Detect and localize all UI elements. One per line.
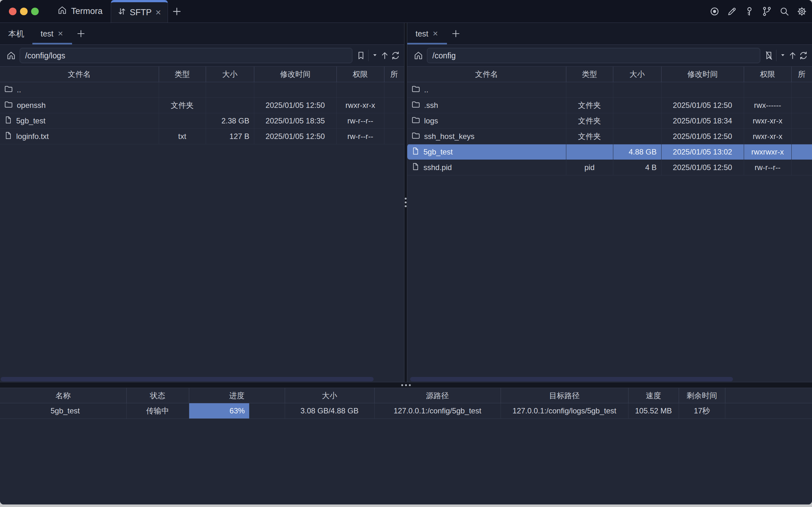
progress-bar: 63% xyxy=(189,403,250,418)
col-name: 名称 xyxy=(0,388,126,403)
right-add-tab-button[interactable] xyxy=(447,23,465,44)
chevron-down-icon[interactable] xyxy=(372,53,377,58)
transfer-table-header: 名称 状态 进度 大小 源路径 目标路径 速度 剩余时间 xyxy=(0,388,812,403)
col-target: 目标路径 xyxy=(501,388,628,403)
left-pane-tabs: 本机 test × xyxy=(0,23,404,45)
left-add-tab-button[interactable] xyxy=(72,23,90,44)
settings-icon[interactable] xyxy=(796,6,808,17)
record-icon[interactable] xyxy=(709,6,720,17)
traffic-lights xyxy=(0,0,39,22)
folder-icon xyxy=(411,100,421,111)
folder-icon xyxy=(411,115,421,127)
file-icon xyxy=(4,115,13,126)
col-modified[interactable]: 修改时间 xyxy=(254,67,336,82)
table-row[interactable]: openssh 文件夹 2025/01/05 12:50 rwxr-xr-x xyxy=(0,97,404,113)
titlebar: Termora SFTP × xyxy=(0,0,812,23)
left-tab-close-icon[interactable]: × xyxy=(57,29,63,38)
close-window-button[interactable] xyxy=(9,8,16,15)
titlebar-actions xyxy=(709,0,808,23)
horizontal-scrollbar[interactable] xyxy=(1,377,374,381)
up-directory-icon[interactable] xyxy=(379,50,390,61)
bookmark-off-icon[interactable] xyxy=(763,50,774,61)
tab-close-icon[interactable]: × xyxy=(155,8,162,17)
col-perm[interactable]: 权限 xyxy=(744,67,791,82)
tab-sftp[interactable]: SFTP × xyxy=(111,0,168,22)
home-icon[interactable] xyxy=(413,50,424,61)
splitter-grip-icon xyxy=(405,202,407,204)
col-filename[interactable]: 文件名 xyxy=(0,67,159,82)
transfer-arrows-icon xyxy=(117,7,127,18)
key-icon[interactable] xyxy=(744,6,755,17)
table-row[interactable]: 5gb_test 2.38 GB 2025/01/05 18:35 rw-r--… xyxy=(0,113,404,128)
left-tab-local[interactable]: 本机 xyxy=(0,23,33,44)
home-icon xyxy=(57,5,67,17)
table-row-selected[interactable]: 5gb_test 4.88 GB 2025/01/05 13:02 rwxrwx… xyxy=(407,144,812,160)
tab-sftp-label: SFTP xyxy=(130,8,152,17)
right-path-input[interactable] xyxy=(427,48,760,63)
folder-icon xyxy=(411,131,421,142)
col-filename[interactable]: 文件名 xyxy=(407,67,566,82)
col-type[interactable]: 类型 xyxy=(566,67,613,82)
col-size[interactable]: 大小 xyxy=(613,67,661,82)
table-row[interactable]: loginfo.txt txt 127 B 2025/01/05 12:50 r… xyxy=(0,128,404,144)
edit-icon[interactable] xyxy=(726,6,738,17)
table-row[interactable]: .ssh 文件夹 2025/01/05 12:50 rwx------ xyxy=(407,97,812,113)
up-directory-icon[interactable] xyxy=(787,50,798,61)
col-status: 状态 xyxy=(126,388,189,403)
search-icon[interactable] xyxy=(779,6,790,17)
folder-icon xyxy=(411,84,421,96)
folder-icon xyxy=(4,100,13,111)
col-owner[interactable]: 所 xyxy=(384,67,404,82)
folder-icon xyxy=(4,84,13,96)
divider xyxy=(368,50,369,61)
right-path-actions xyxy=(760,50,812,61)
pane-splitter[interactable] xyxy=(404,23,407,382)
table-row[interactable]: sshd.pid pid 4 B 2025/01/05 12:50 rw-r--… xyxy=(407,160,812,175)
col-size[interactable]: 大小 xyxy=(206,67,254,82)
right-file-area: 文件名 类型 大小 修改时间 权限 所 .. xyxy=(407,67,812,382)
col-owner[interactable]: 所 xyxy=(791,67,812,82)
table-row[interactable]: .. xyxy=(0,82,404,97)
transfer-table: 名称 状态 进度 大小 源路径 目标路径 速度 剩余时间 5gb_test 传输… xyxy=(0,388,812,419)
transfer-row[interactable]: 5gb_test 传输中 63% 3.08 GB/4.88 GB 127.0.0… xyxy=(0,403,812,419)
left-table-header: 文件名 类型 大小 修改时间 权限 所 xyxy=(0,67,404,82)
app-home-tab[interactable]: Termora xyxy=(57,0,103,22)
right-pathbar xyxy=(407,45,812,67)
table-row[interactable]: .. xyxy=(407,82,812,97)
left-file-area: 文件名 类型 大小 修改时间 权限 所 .. xyxy=(0,67,404,382)
right-table-header: 文件名 类型 大小 修改时间 权限 所 xyxy=(407,67,812,82)
bookmark-icon[interactable] xyxy=(356,50,366,61)
file-icon xyxy=(411,147,420,157)
right-pane-tabs: test × xyxy=(407,23,812,45)
dual-pane-area: 本机 test × xyxy=(0,23,812,382)
maximize-window-button[interactable] xyxy=(31,8,39,15)
table-row[interactable]: logs 文件夹 2025/01/05 18:34 rwxr-xr-x xyxy=(407,113,812,128)
left-pane: 本机 test × xyxy=(0,23,404,382)
left-tab-test[interactable]: test × xyxy=(33,23,72,44)
left-path-input[interactable] xyxy=(20,48,353,63)
chevron-down-icon[interactable] xyxy=(780,53,785,58)
progress-label: 63% xyxy=(229,406,245,415)
new-window-tab-button[interactable] xyxy=(168,0,186,22)
left-pathbar xyxy=(0,45,404,67)
table-row[interactable]: ssh_host_keys 文件夹 2025/01/05 12:50 rwxr-… xyxy=(407,128,812,144)
transfer-panel: 名称 状态 进度 大小 源路径 目标路径 速度 剩余时间 5gb_test 传输… xyxy=(0,388,812,504)
col-progress: 进度 xyxy=(189,388,285,403)
col-perm[interactable]: 权限 xyxy=(336,67,384,82)
right-tab-test[interactable]: test × xyxy=(407,23,447,44)
progress-cell: 63% xyxy=(189,403,285,419)
horizontal-scrollbar[interactable] xyxy=(410,377,733,381)
left-path-actions xyxy=(353,50,404,61)
app-window: Termora SFTP × xyxy=(0,0,812,504)
refresh-icon[interactable] xyxy=(390,50,401,61)
minimize-window-button[interactable] xyxy=(20,8,28,15)
col-type[interactable]: 类型 xyxy=(159,67,206,82)
bottom-splitter[interactable] xyxy=(0,382,812,388)
right-tab-close-icon[interactable]: × xyxy=(432,29,438,38)
refresh-icon[interactable] xyxy=(798,50,809,61)
col-source: 源路径 xyxy=(374,388,501,403)
col-modified[interactable]: 修改时间 xyxy=(661,67,744,82)
fork-icon[interactable] xyxy=(761,6,773,17)
home-icon[interactable] xyxy=(6,50,16,61)
right-file-table: 文件名 类型 大小 修改时间 权限 所 .. xyxy=(407,67,812,175)
